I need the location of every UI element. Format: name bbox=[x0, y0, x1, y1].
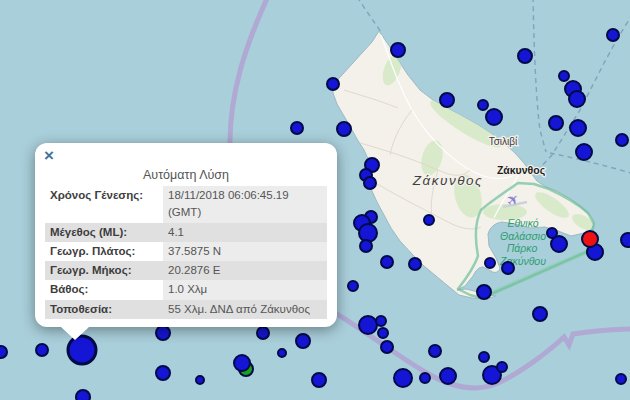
earthquake-marker[interactable] bbox=[156, 366, 170, 380]
earthquake-marker[interactable] bbox=[549, 116, 563, 130]
label-marine-park-line2: Θαλάσσιο bbox=[500, 230, 546, 242]
earthquake-marker[interactable] bbox=[76, 390, 90, 400]
earthquake-marker[interactable] bbox=[359, 316, 377, 334]
earthquake-marker[interactable] bbox=[621, 233, 630, 247]
table-row: Γεωγρ. Μήκος: 20.2876 E bbox=[45, 261, 327, 280]
earthquake-marker[interactable] bbox=[394, 369, 412, 387]
earthquake-marker[interactable] bbox=[364, 177, 376, 189]
earthquake-marker[interactable] bbox=[0, 346, 7, 358]
table-row: Χρόνος Γένεσης: 18/11/2018 06:06:45.19 (… bbox=[45, 186, 327, 223]
earthquake-marker[interactable] bbox=[477, 285, 491, 299]
earthquake-popup: × Αυτόματη Λύση Χρόνος Γένεσης: 18/11/20… bbox=[35, 143, 337, 327]
label-tsilivi: Τσιλιβί bbox=[489, 136, 518, 147]
earthquake-marker[interactable] bbox=[424, 215, 434, 225]
earthquake-marker[interactable] bbox=[478, 100, 488, 110]
earthquake-marker[interactable] bbox=[257, 327, 269, 339]
row-label: Γεωγρ. Μήκος: bbox=[45, 261, 163, 280]
earthquake-marker[interactable] bbox=[486, 109, 502, 125]
selected-earthquake-marker[interactable] bbox=[68, 336, 96, 364]
earthquake-marker[interactable] bbox=[278, 349, 286, 357]
earthquake-marker[interactable] bbox=[196, 376, 204, 384]
earthquake-marker[interactable] bbox=[312, 373, 326, 387]
earthquake-marker[interactable] bbox=[607, 29, 619, 41]
earthquake-marker[interactable] bbox=[420, 373, 430, 383]
row-value: 20.2876 E bbox=[163, 261, 327, 280]
earthquake-marker[interactable] bbox=[348, 281, 358, 291]
row-value: 55 Χλμ. ΔΝΔ από Ζάκυνθος bbox=[163, 300, 327, 319]
earthquake-marker[interactable] bbox=[533, 307, 547, 321]
table-row: Μέγεθος (ML): 4.1 bbox=[45, 223, 327, 242]
earthquake-marker[interactable] bbox=[497, 362, 507, 372]
earthquake-marker[interactable] bbox=[296, 334, 310, 348]
popup-close-button[interactable]: × bbox=[44, 147, 54, 164]
earthquake-marker[interactable] bbox=[551, 236, 567, 252]
earthquake-marker[interactable] bbox=[485, 258, 495, 268]
earthquake-details-table: Χρόνος Γένεσης: 18/11/2018 06:06:45.19 (… bbox=[45, 186, 327, 319]
earthquake-marker[interactable] bbox=[381, 341, 393, 353]
row-value: 37.5875 N bbox=[163, 242, 327, 261]
table-row: Γεωγρ. Πλάτος: 37.5875 N bbox=[45, 242, 327, 261]
earthquake-marker[interactable] bbox=[378, 328, 388, 338]
row-label: Βάθος: bbox=[45, 280, 163, 299]
earthquake-marker[interactable] bbox=[409, 258, 421, 270]
earthquake-marker[interactable] bbox=[576, 144, 592, 160]
earthquake-marker[interactable] bbox=[616, 134, 628, 146]
earthquake-marker-red[interactable] bbox=[582, 231, 598, 247]
row-label: Γεωγρ. Πλάτος: bbox=[45, 242, 163, 261]
popup-title: Αυτόματη Λύση bbox=[45, 168, 327, 182]
earthquake-marker[interactable] bbox=[502, 262, 514, 274]
earthquake-marker[interactable] bbox=[291, 122, 303, 134]
earthquake-marker[interactable] bbox=[569, 91, 585, 107]
earthquake-marker[interactable] bbox=[559, 71, 569, 81]
earthquake-marker[interactable] bbox=[391, 43, 405, 57]
table-row: Τοποθεσία: 55 Χλμ. ΔΝΔ από Ζάκυνθος bbox=[45, 300, 327, 319]
earthquake-marker[interactable] bbox=[440, 93, 454, 107]
earthquake-marker[interactable] bbox=[570, 120, 586, 136]
earthquake-marker[interactable] bbox=[376, 316, 386, 326]
row-value: 1.0 Χλμ bbox=[163, 280, 327, 299]
label-zakynthos-town: Ζάκυνθος bbox=[497, 164, 546, 177]
earthquake-marker[interactable] bbox=[156, 326, 170, 340]
earthquake-marker[interactable] bbox=[440, 368, 456, 384]
earthquake-marker[interactable] bbox=[518, 49, 532, 63]
earthquake-marker[interactable] bbox=[429, 345, 441, 357]
row-label: Τοποθεσία: bbox=[45, 300, 163, 319]
earthquake-marker[interactable] bbox=[616, 374, 626, 384]
row-value: 4.1 bbox=[163, 223, 327, 242]
earthquake-marker[interactable] bbox=[234, 355, 250, 371]
earthquake-marker[interactable] bbox=[381, 256, 393, 268]
earthquake-marker[interactable] bbox=[337, 122, 351, 136]
popup-tail bbox=[61, 327, 89, 340]
label-zakynthos-island: Ζάκυνθος bbox=[412, 173, 483, 188]
label-marine-park-line1: Εθνικό bbox=[507, 217, 538, 229]
earthquake-marker[interactable] bbox=[479, 352, 489, 362]
earthquake-marker[interactable] bbox=[36, 344, 48, 356]
row-label: Χρόνος Γένεσης: bbox=[45, 186, 163, 223]
earthquake-marker[interactable] bbox=[360, 240, 372, 252]
earthquake-map-app: Τσιλιβί Ζάκυνθος Ζάκυνθος ✈ Εθνικό Θαλάσ… bbox=[0, 0, 630, 400]
row-value: 18/11/2018 06:06:45.19 (GMT) bbox=[163, 186, 327, 223]
earthquake-marker[interactable] bbox=[327, 78, 339, 90]
row-label: Μέγεθος (ML): bbox=[45, 223, 163, 242]
label-marine-park-line3: Πάρκο bbox=[507, 242, 538, 254]
table-row: Βάθος: 1.0 Χλμ bbox=[45, 280, 327, 299]
